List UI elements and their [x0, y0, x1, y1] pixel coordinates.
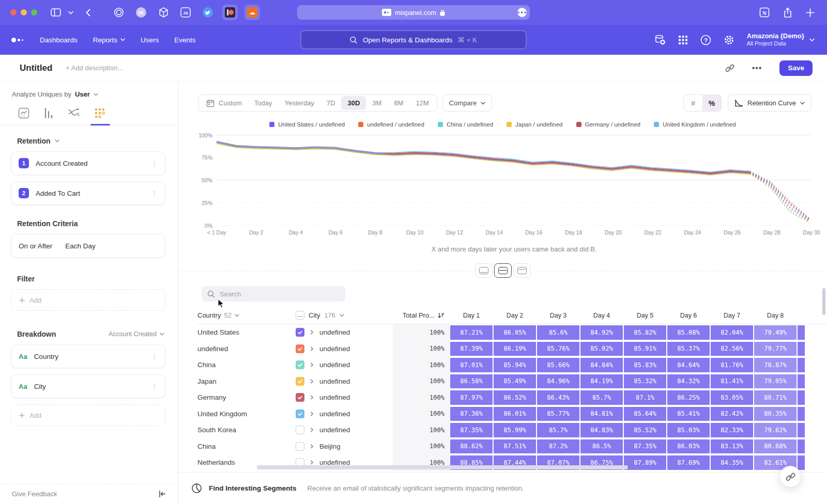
page-actions-icon[interactable]: ●●● — [517, 8, 527, 17]
retention-value-cell[interactable]: 82.56% — [711, 342, 753, 356]
js-extension-icon[interactable]: JS — [178, 5, 193, 20]
retention-value-cell[interactable]: 79.05% — [754, 374, 797, 389]
absolute-numbers-toggle[interactable]: # — [684, 95, 702, 111]
nav-dashboards[interactable]: Dashboards — [40, 36, 78, 44]
tab-flows[interactable] — [68, 107, 80, 119]
retention-value-cell[interactable]: 86.05% — [494, 325, 536, 340]
expand-row-icon[interactable] — [310, 395, 314, 400]
breakdown-add-button[interactable]: Add — [11, 404, 165, 426]
help-icon[interactable]: ? — [700, 35, 711, 45]
retention-value-cell[interactable]: 80.35% — [754, 407, 797, 421]
retention-value-cell[interactable]: 87.2% — [537, 439, 579, 454]
tab-funnels[interactable] — [43, 107, 54, 119]
retention-value-cell[interactable]: 85.02% — [580, 342, 623, 356]
range-custom[interactable]: Custom — [200, 96, 248, 110]
range-30d[interactable]: 30D — [341, 96, 366, 110]
minimize-window-button[interactable] — [21, 9, 27, 15]
criteria-each-day[interactable]: Each Day — [65, 242, 96, 250]
retention-value-cell[interactable]: 85.08% — [667, 325, 710, 340]
table-row[interactable]: Chinaundefined100%87.01%85.94%85.66%84.8… — [197, 357, 827, 373]
row-checkbox[interactable] — [296, 442, 304, 451]
nav-reports[interactable]: Reports — [93, 36, 125, 44]
day-column-header[interactable]: Day 5 — [623, 312, 667, 319]
retention-value-cell[interactable]: 87.51% — [494, 439, 536, 454]
table-row[interactable]: Germanyundefined100%87.97%86.52%86.43%85… — [197, 389, 827, 406]
legend-item[interactable]: United States / undefined — [269, 121, 345, 128]
row-checkbox[interactable] — [296, 393, 304, 402]
expand-row-icon[interactable] — [310, 412, 314, 416]
expand-row-icon[interactable] — [310, 363, 314, 367]
legend-item[interactable]: United Kingdom / undefined — [654, 121, 736, 128]
retention-value-cell[interactable]: 84.92% — [580, 325, 623, 340]
compare-button[interactable]: Compare — [442, 94, 492, 112]
retention-value-cell[interactable]: 85.7% — [537, 423, 579, 437]
chart-plot[interactable] — [217, 134, 811, 226]
day-column-header[interactable]: Day 7 — [710, 312, 754, 319]
new-tab-icon[interactable] — [806, 8, 815, 17]
country-column-header[interactable]: Country 52 — [197, 311, 296, 319]
expand-row-icon[interactable] — [310, 460, 314, 465]
expand-row-icon[interactable] — [310, 444, 314, 449]
tab-retention[interactable] — [94, 107, 105, 119]
give-feedback-link[interactable]: Give Feedback — [12, 490, 57, 498]
table-row[interactable]: United Kingdomundefined100%87.36%86.01%8… — [197, 406, 827, 422]
retention-value-cell[interactable]: 86.19% — [494, 342, 536, 356]
breakdown-event-dropdown[interactable]: Account Created — [109, 330, 164, 338]
retention-value-cell[interactable]: 83.13% — [711, 439, 753, 454]
row-checkbox[interactable] — [296, 377, 304, 386]
copy-link-icon[interactable] — [725, 64, 734, 73]
range-3m[interactable]: 3M — [366, 96, 388, 110]
bird-extension-icon[interactable] — [200, 5, 216, 20]
row-checkbox[interactable] — [296, 410, 304, 418]
expand-row-icon[interactable] — [310, 330, 314, 335]
legend-item[interactable]: China / undefined — [438, 121, 493, 128]
kebab-menu-icon[interactable]: ⋮ — [151, 190, 158, 197]
retention-value-cell[interactable]: 85.41% — [667, 407, 710, 421]
retention-value-cell[interactable]: 82.04% — [711, 325, 753, 340]
criteria-on-or-after[interactable]: On or After — [19, 242, 52, 250]
retention-value-cell[interactable]: 85.82% — [624, 325, 666, 340]
expand-row-icon[interactable] — [310, 379, 314, 384]
account-switcher[interactable]: Amazonia {Demo} All Project Data — [747, 32, 815, 48]
report-title[interactable]: Untitled — [20, 63, 52, 73]
table-row[interactable]: South Koreaundefined100%87.35%85.99%85.7… — [197, 422, 827, 438]
table-row[interactable]: ChinaBeijing100%88.62%87.51%87.2%86.5%87… — [197, 438, 827, 455]
table-search-input[interactable]: Search — [202, 286, 345, 302]
retention-value-cell[interactable]: 78.87% — [754, 358, 797, 372]
kebab-menu-icon[interactable]: ⋮ — [151, 160, 158, 167]
range-7d[interactable]: 7D — [320, 96, 342, 110]
legend-item[interactable]: undefined / undefined — [358, 121, 424, 128]
share-link-fab[interactable] — [779, 466, 801, 487]
retention-value-cell[interactable]: 87.01% — [450, 358, 493, 372]
select-all-checkbox[interactable]: — — [296, 311, 304, 320]
range-12m[interactable]: 12M — [409, 96, 435, 110]
day-column-header[interactable]: Day 6 — [667, 312, 710, 319]
breakdown-city[interactable]: Aa City ⋮ — [11, 374, 165, 398]
tab-overview-chevron-icon[interactable] — [68, 11, 73, 14]
save-button[interactable]: Save — [779, 60, 813, 76]
apps-grid-icon[interactable] — [678, 35, 688, 45]
retention-value-cell[interactable]: 85.52% — [624, 423, 666, 437]
kebab-menu-icon[interactable]: ⋮ — [151, 353, 158, 360]
address-bar[interactable]: mixpanel.com ●●● — [297, 5, 530, 20]
row-checkbox[interactable] — [296, 426, 304, 434]
range-today[interactable]: Today — [248, 96, 279, 110]
back-icon[interactable] — [86, 9, 90, 17]
retention-value-cell[interactable]: 87.97% — [450, 390, 493, 405]
table-row[interactable]: undefinedundefined100%87.39%86.19%85.76%… — [197, 341, 827, 357]
retention-value-cell[interactable]: 86.5% — [580, 439, 623, 454]
retention-value-cell[interactable]: 85.49% — [494, 374, 536, 389]
find-segments-title[interactable]: Find Interesting Segments — [209, 484, 297, 492]
retention-criteria-card[interactable]: On or After Each Day — [11, 234, 165, 258]
soundcloud-extension-icon[interactable]: ☁ — [244, 5, 260, 20]
retention-value-cell[interactable]: 87.69% — [667, 455, 710, 470]
collapse-sidebar-icon[interactable] — [158, 490, 166, 498]
close-window-button[interactable] — [10, 9, 17, 15]
zoom-window-button[interactable] — [31, 9, 37, 15]
retention-value-cell[interactable]: 81.76% — [711, 358, 753, 372]
nav-users[interactable]: Users — [141, 36, 159, 44]
retention-step-2[interactable]: 2 Added To Cart ⋮ — [11, 181, 165, 205]
retention-value-cell[interactable]: 79.77% — [754, 342, 797, 356]
retention-value-cell[interactable]: 87.1% — [624, 390, 666, 405]
retention-value-cell[interactable]: 79.62% — [754, 423, 797, 437]
